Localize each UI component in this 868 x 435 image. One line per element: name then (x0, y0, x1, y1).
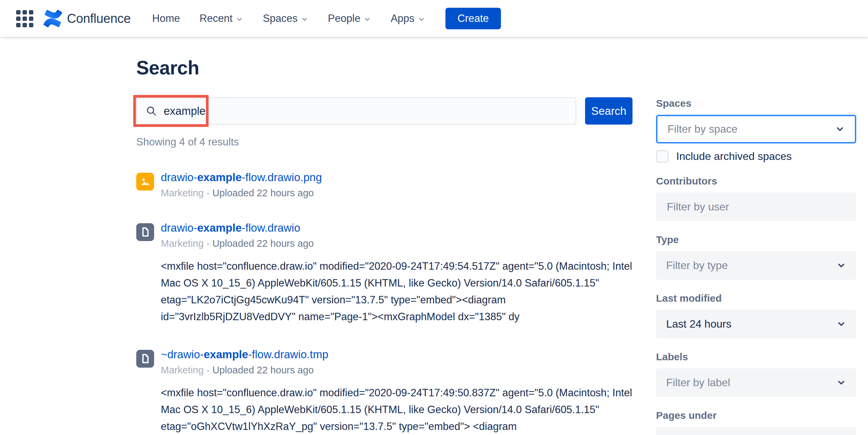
create-button[interactable]: Create (445, 8, 501, 29)
confluence-brand[interactable]: Confluence (43, 10, 130, 27)
filter-section-contributors: Contributors (656, 175, 856, 221)
chevron-down-icon (836, 261, 846, 270)
space-filter-select[interactable]: Filter by space (656, 115, 856, 143)
image-attachment-icon (136, 173, 154, 191)
confluence-logo-icon (43, 10, 62, 27)
result-space: Marketing (161, 238, 204, 249)
search-results-main: Search Search Showing 4 of 4 results dra… (136, 37, 632, 435)
search-result: ~drawio-example-flow.drawio.tmp Marketin… (136, 348, 632, 435)
page-title: Search (136, 57, 632, 79)
search-result: drawio-example-flow.drawio.png Marketing… (136, 171, 632, 199)
brand-name: Confluence (67, 11, 130, 26)
meta-separator: · (206, 238, 210, 249)
chevron-down-icon (363, 16, 371, 23)
search-result: drawio-example-flow.drawio Marketing · U… (136, 222, 632, 325)
filter-section-spaces: Spaces Filter by space Include archived … (656, 98, 856, 163)
result-excerpt: <mxfile host="confluence.draw.io" modifi… (161, 258, 632, 325)
chevron-down-icon (835, 124, 845, 134)
result-uploaded: Uploaded 22 hours ago (212, 187, 314, 198)
meta-separator: · (206, 365, 210, 375)
result-uploaded: Uploaded 22 hours ago (212, 238, 314, 249)
last-modified-value: Last 24 hours (666, 318, 732, 330)
app-switcher-icon[interactable] (16, 10, 33, 27)
include-archived-checkbox[interactable] (656, 150, 669, 163)
spaces-filter-label: Spaces (656, 98, 856, 109)
last-modified-select[interactable]: Last 24 hours (656, 310, 856, 338)
result-meta: Marketing · Uploaded 22 hours ago (161, 365, 632, 376)
contributors-filter-input[interactable] (666, 200, 846, 213)
archived-spaces-row: Include archived spaces (656, 150, 856, 163)
filter-section-pages-under: Pages under Select a page (656, 410, 856, 435)
result-space: Marketing (161, 365, 204, 375)
search-button[interactable]: Search (585, 97, 632, 124)
nav-item-spaces[interactable]: Spaces (263, 8, 308, 29)
nav-item-recent[interactable]: Recent (199, 8, 243, 29)
nav-item-apps[interactable]: Apps (391, 8, 425, 29)
pages-under-filter-label: Pages under (656, 410, 856, 421)
chevron-down-icon (301, 16, 309, 23)
results-summary: Showing 4 of 4 results (136, 136, 632, 148)
nav-item-people[interactable]: People (328, 8, 371, 29)
search-icon (145, 105, 157, 117)
result-meta: Marketing · Uploaded 22 hours ago (161, 187, 632, 199)
top-nav-bar: Confluence Home Recent Spaces People App… (0, 0, 868, 37)
labels-filter-select[interactable]: Filter by label (656, 368, 856, 397)
filter-section-type: Type Filter by type (656, 234, 856, 280)
result-space: Marketing (161, 187, 204, 198)
nav-item-home[interactable]: Home (152, 8, 180, 29)
search-input[interactable] (163, 105, 567, 118)
chevron-down-icon (417, 16, 425, 23)
type-filter-label: Type (656, 234, 856, 245)
filter-section-last-modified: Last modified Last 24 hours (656, 293, 856, 338)
labels-filter-label: Labels (656, 351, 856, 362)
chevron-down-icon (836, 319, 846, 329)
file-attachment-icon (136, 223, 154, 241)
result-title-link[interactable]: ~drawio-example-flow.drawio.tmp (161, 348, 328, 361)
search-input-container[interactable] (136, 97, 576, 124)
pages-under-select[interactable]: Select a page (656, 427, 856, 435)
type-filter-select[interactable]: Filter by type (656, 251, 856, 280)
file-attachment-icon (136, 350, 154, 368)
meta-separator: · (206, 187, 210, 198)
result-excerpt: <mxfile host="confluence.draw.io" modifi… (161, 384, 632, 435)
contributors-filter-label: Contributors (656, 175, 856, 187)
search-row: Search (136, 97, 632, 124)
result-meta: Marketing · Uploaded 22 hours ago (161, 238, 632, 249)
labels-filter-placeholder: Filter by label (666, 376, 730, 389)
result-uploaded: Uploaded 22 hours ago (212, 365, 314, 375)
result-title-link[interactable]: drawio-example-flow.drawio (161, 222, 301, 234)
filter-section-labels: Labels Filter by label (656, 351, 856, 397)
primary-nav: Home Recent Spaces People Apps (152, 8, 445, 29)
type-filter-placeholder: Filter by type (666, 259, 728, 272)
search-filters-sidebar: Spaces Filter by space Include archived … (656, 37, 856, 435)
space-filter-placeholder: Filter by space (668, 123, 738, 135)
contributors-filter-field[interactable] (656, 193, 856, 221)
include-archived-label: Include archived spaces (676, 150, 792, 163)
chevron-down-icon (236, 16, 243, 23)
chevron-down-icon (836, 378, 846, 387)
result-title-link[interactable]: drawio-example-flow.drawio.png (161, 171, 322, 184)
last-modified-filter-label: Last modified (656, 293, 856, 304)
